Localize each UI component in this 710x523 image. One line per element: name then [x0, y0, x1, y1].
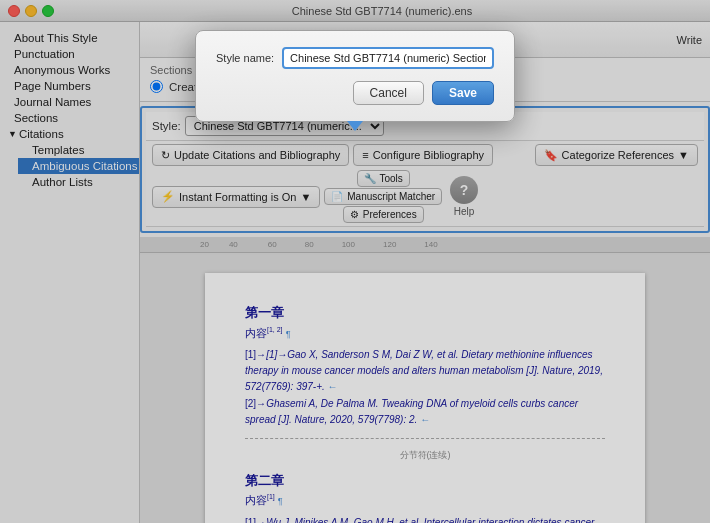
- style-name-input[interactable]: [282, 47, 494, 69]
- modal-style-label: Style name:: [216, 52, 274, 64]
- app-window: Chinese Std GBT7714 (numeric).ens About …: [0, 0, 710, 523]
- modal-field: Style name:: [216, 47, 494, 69]
- modal-cancel-button[interactable]: Cancel: [353, 81, 424, 105]
- modal-arrow: [347, 121, 363, 131]
- style-name-modal: Style name: Cancel Save: [195, 30, 515, 122]
- modal-overlay: Style name: Cancel Save: [0, 0, 710, 523]
- modal-save-button[interactable]: Save: [432, 81, 494, 105]
- modal-buttons: Cancel Save: [216, 81, 494, 105]
